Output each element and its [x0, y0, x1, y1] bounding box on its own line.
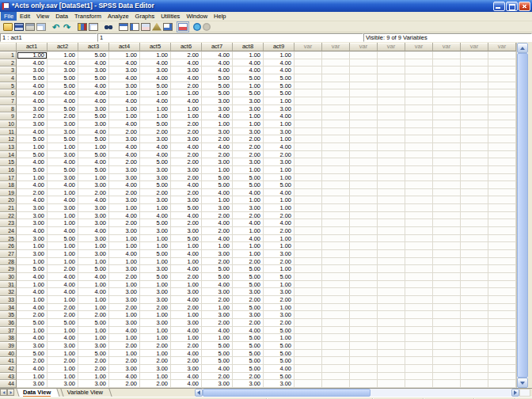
row-header[interactable]: 14	[0, 151, 17, 159]
cell[interactable]: 2.00	[109, 357, 140, 365]
cell[interactable]: 1.00	[48, 296, 78, 304]
cell[interactable]: 1.00	[171, 258, 202, 266]
cell[interactable]: 3.00	[17, 212, 48, 220]
menu-view[interactable]: View	[33, 12, 52, 21]
cell[interactable]	[461, 288, 488, 296]
cell[interactable]: 1.00	[233, 112, 264, 120]
cell[interactable]: 5.00	[140, 181, 171, 189]
cell[interactable]: 4.00	[48, 158, 78, 166]
cell[interactable]	[378, 373, 405, 381]
cell[interactable]	[350, 273, 378, 281]
cell[interactable]: 1.00	[264, 242, 294, 250]
cell[interactable]: 4.00	[264, 143, 294, 151]
cell[interactable]: 2.00	[48, 304, 78, 312]
cell[interactable]	[488, 151, 516, 159]
cell[interactable]: 3.00	[140, 174, 171, 182]
cell[interactable]: 2.00	[233, 373, 264, 381]
cell[interactable]	[461, 242, 488, 250]
cell[interactable]	[294, 135, 322, 143]
cell[interactable]: 2.00	[171, 174, 202, 182]
cell[interactable]: 4.00	[202, 189, 233, 197]
cell[interactable]: 4.00	[202, 59, 233, 67]
cell[interactable]	[350, 265, 378, 273]
cell[interactable]	[405, 97, 433, 105]
cell[interactable]	[461, 334, 488, 342]
cell[interactable]	[461, 365, 488, 373]
cell[interactable]	[433, 51, 461, 59]
horizontal-scrollbar-thumb[interactable]	[203, 389, 370, 397]
cell[interactable]	[405, 204, 433, 212]
cell[interactable]	[294, 350, 322, 358]
cell[interactable]: 5.00	[48, 105, 78, 113]
cell[interactable]: 4.00	[78, 196, 109, 204]
cell[interactable]: 3.00	[140, 365, 171, 373]
title-bar[interactable]: *Acts only.sav [DataSet1] - SPSS Data Ed…	[0, 0, 532, 12]
row-header[interactable]: 25	[0, 235, 17, 243]
cell[interactable]: 4.00	[48, 227, 78, 235]
cell[interactable]: 4.00	[17, 273, 48, 281]
goto-case-icon[interactable]	[89, 23, 98, 31]
cell[interactable]: 4.00	[17, 288, 48, 296]
cell[interactable]	[405, 296, 433, 304]
cell[interactable]	[488, 97, 516, 105]
cell[interactable]: 1.00	[264, 120, 294, 128]
cell[interactable]: 5.00	[264, 350, 294, 358]
cell[interactable]: 4.00	[109, 143, 140, 151]
cell[interactable]	[405, 250, 433, 258]
cell[interactable]: 4.00	[78, 288, 109, 296]
cell[interactable]	[350, 66, 378, 74]
cell[interactable]: 1.00	[264, 51, 294, 59]
cell[interactable]: 3.00	[264, 380, 294, 388]
cell[interactable]	[433, 273, 461, 281]
row-header[interactable]: 33	[0, 296, 17, 304]
cell[interactable]	[350, 319, 378, 327]
cell[interactable]: 1.00	[264, 265, 294, 273]
cell[interactable]: 4.00	[109, 151, 140, 159]
cell[interactable]: 2.00	[171, 342, 202, 350]
cell[interactable]	[405, 189, 433, 197]
cell[interactable]: 1.00	[48, 350, 78, 358]
cell[interactable]: 4.00	[48, 196, 78, 204]
cell[interactable]	[488, 250, 516, 258]
cell[interactable]	[350, 380, 378, 388]
cell[interactable]	[294, 242, 322, 250]
cell[interactable]: 1.00	[140, 258, 171, 266]
cell[interactable]: 4.00	[78, 128, 109, 136]
cell[interactable]	[378, 219, 405, 227]
cell[interactable]: 2.00	[78, 311, 109, 319]
cell[interactable]	[433, 235, 461, 243]
cell[interactable]: 1.00	[78, 258, 109, 266]
menu-transform[interactable]: Transform	[71, 12, 104, 21]
cell[interactable]: 5.00	[48, 319, 78, 327]
cell[interactable]	[433, 204, 461, 212]
cell[interactable]: 1.00	[48, 373, 78, 381]
cell[interactable]: 4.00	[78, 158, 109, 166]
cell[interactable]	[294, 174, 322, 182]
cell[interactable]	[378, 357, 405, 365]
cell[interactable]	[488, 204, 516, 212]
cell[interactable]	[488, 74, 516, 82]
cell[interactable]	[488, 357, 516, 365]
cell[interactable]	[294, 327, 322, 335]
cell[interactable]: 1.00	[78, 373, 109, 381]
cell[interactable]: 3.00	[17, 235, 48, 243]
cell[interactable]: 4.00	[48, 89, 78, 97]
cell[interactable]	[461, 112, 488, 120]
cell[interactable]: 1.00	[109, 105, 140, 113]
row-header[interactable]: 26	[0, 242, 17, 250]
cell[interactable]	[378, 158, 405, 166]
cell[interactable]	[322, 143, 350, 151]
cell[interactable]: 1.00	[109, 311, 140, 319]
cell[interactable]: 1.00	[17, 174, 48, 182]
column-header-var[interactable]: var	[488, 43, 516, 51]
cell[interactable]: 1.00	[109, 51, 140, 59]
cell[interactable]	[378, 227, 405, 235]
cell[interactable]	[405, 66, 433, 74]
cell[interactable]	[294, 227, 322, 235]
cell[interactable]	[350, 135, 378, 143]
cell[interactable]	[378, 319, 405, 327]
scroll-down-button[interactable]	[517, 378, 528, 388]
cell[interactable]: 5.00	[202, 273, 233, 281]
cell[interactable]: 2.00	[171, 120, 202, 128]
cell[interactable]	[405, 59, 433, 67]
